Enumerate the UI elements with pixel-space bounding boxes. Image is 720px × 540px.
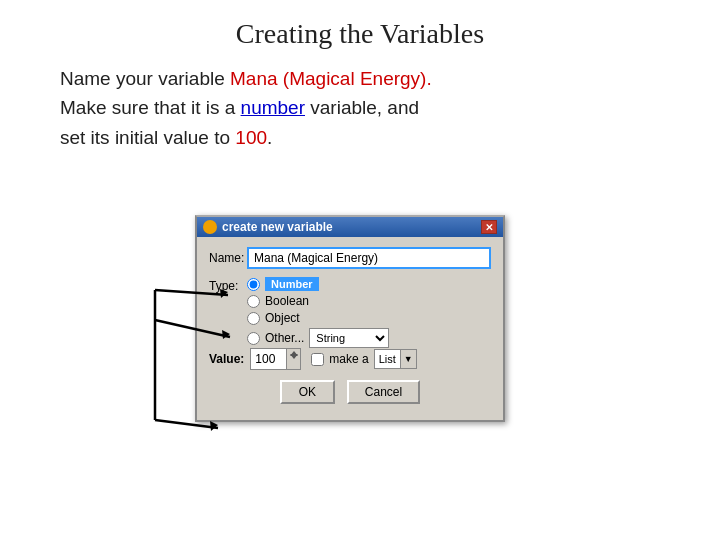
desc-variable-name: Mana (Magical Energy). [230,68,432,89]
radio-object-option[interactable]: Object [247,311,389,325]
svg-marker-8 [210,421,218,431]
desc-value: 100 [235,127,267,148]
titlebar-left: create new variable [203,220,333,234]
make-a-group: make a List ▼ [311,349,416,369]
other-row: Other... String [247,328,389,348]
radio-object[interactable] [247,312,260,325]
make-a-checkbox[interactable] [311,353,324,366]
radio-number[interactable] [247,278,260,291]
name-row: Name: [209,247,491,269]
number-label: Number [265,277,319,291]
value-input[interactable] [251,349,286,369]
dialog-titlebar: create new variable ✕ [197,217,503,237]
name-label: Name: [209,251,247,265]
dialog-body: Name: Type: Number Boolean [197,237,503,420]
svg-marker-1 [290,354,298,359]
list-dropdown[interactable]: List ▼ [374,349,417,369]
ok-button[interactable]: OK [280,380,335,404]
make-a-label: make a [329,352,368,366]
object-label: Object [265,311,300,325]
value-label: Value: [209,352,244,366]
close-button[interactable]: ✕ [481,220,497,234]
page-title: Creating the Variables [0,0,720,64]
desc-text-2: Make sure that it is a [60,97,241,118]
type-label: Type: [209,277,247,293]
other-select[interactable]: String [309,328,389,348]
list-text: List [375,350,401,368]
type-options: Number Boolean Object [247,277,389,348]
radio-number-option[interactable]: Number [247,277,389,291]
value-row: Value: make a List ▼ [209,348,491,370]
other-label: Other... [265,331,304,345]
name-input[interactable] [247,247,491,269]
desc-period: . [267,127,272,148]
radio-boolean[interactable] [247,295,260,308]
dialog-title-text: create new variable [222,220,333,234]
list-arrow-icon: ▼ [401,354,416,364]
type-row: Type: Number Boolean Object [209,277,491,348]
radio-other-option[interactable]: Other... [247,331,304,345]
value-input-group [250,348,301,370]
desc-text-4: set its initial value to [60,127,235,148]
create-variable-dialog: create new variable ✕ Name: Type: Number [195,215,505,422]
desc-number-word: number [241,97,305,118]
value-spinner[interactable] [286,349,300,369]
radio-boolean-option[interactable]: Boolean [247,294,389,308]
dialog-buttons: OK Cancel [209,380,491,412]
description: Name your variable Mana (Magical Energy)… [60,64,720,152]
dialog-box: create new variable ✕ Name: Type: Number [195,215,505,422]
dialog-icon [203,220,217,234]
cancel-button[interactable]: Cancel [347,380,420,404]
desc-text-1: Name your variable [60,68,230,89]
radio-other[interactable] [247,332,260,345]
boolean-label: Boolean [265,294,309,308]
desc-text-3: variable, and [305,97,419,118]
